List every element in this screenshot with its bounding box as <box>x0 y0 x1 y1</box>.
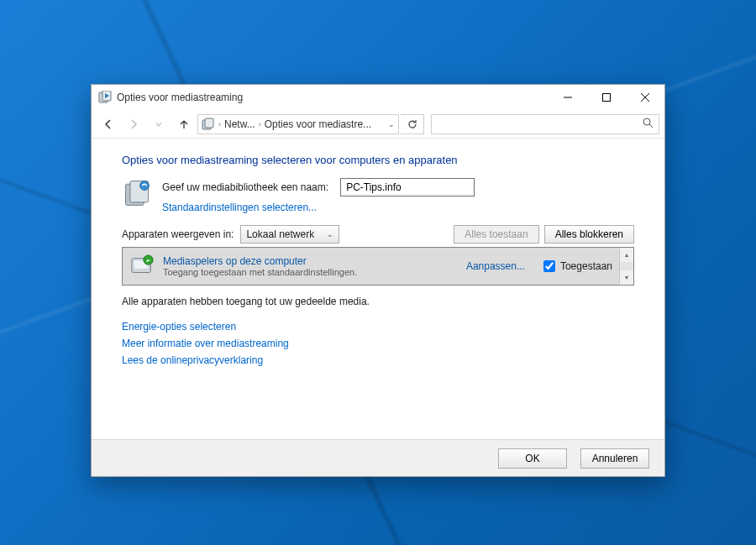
svg-rect-2 <box>603 94 611 102</box>
navbar: › Netw... › Opties voor mediastre... ⌄ <box>92 110 664 139</box>
footer: OK Annuleren <box>92 439 664 476</box>
privacy-statement-link[interactable]: Lees de onlineprivacyverklaring <box>122 354 634 366</box>
show-devices-label: Apparaten weergeven in: <box>122 228 234 240</box>
library-section: Geef uw mediabibliotheek een naam: Stand… <box>122 178 634 213</box>
customize-link[interactable]: Aanpassen... <box>466 260 525 272</box>
breadcrumb-item-mediastreaming[interactable]: Opties voor mediastre... <box>265 118 371 130</box>
allowed-control: Toegestaan <box>543 260 612 272</box>
close-button[interactable] <box>626 85 664 110</box>
chevron-down-icon: ⌄ <box>327 230 333 238</box>
chevron-down-icon[interactable]: ⌄ <box>388 120 395 128</box>
window-title: Opties voor mediastreaming <box>117 92 549 103</box>
select-defaults-link[interactable]: Standaardinstellingen selecteren... <box>162 202 317 213</box>
svg-point-5 <box>643 118 650 125</box>
block-all-button[interactable]: Alles blokkeren <box>544 225 634 244</box>
more-info-link[interactable]: Meer informatie over mediastreaming <box>122 338 634 349</box>
app-icon <box>98 91 112 104</box>
minimize-button[interactable] <box>549 85 587 110</box>
chevron-right-icon: › <box>218 120 221 128</box>
library-icon <box>122 178 152 208</box>
recent-locations-button[interactable] <box>147 113 171 136</box>
refresh-button[interactable] <box>401 114 424 134</box>
allowed-checkbox[interactable] <box>543 260 555 272</box>
library-name-input[interactable] <box>340 178 475 197</box>
forward-button[interactable] <box>122 113 145 136</box>
breadcrumb-item-network[interactable]: Netw... <box>224 118 255 130</box>
search-icon <box>643 118 654 131</box>
devices-toolbar: Apparaten weergeven in: Lokaal netwerk ⌄… <box>122 225 634 244</box>
device-scrollbar[interactable]: ▴ ▾ <box>619 248 633 285</box>
device-list: Mediaspelers op deze computer Toegang to… <box>122 247 634 286</box>
content-pane: Opties voor mediastreaming selecteren vo… <box>92 139 664 439</box>
scroll-track[interactable] <box>620 262 633 270</box>
page-heading: Opties voor mediastreaming selecteren vo… <box>122 154 634 166</box>
search-input[interactable] <box>431 114 659 134</box>
network-scope-value: Lokaal netwerk <box>246 228 314 240</box>
device-icon <box>129 254 155 279</box>
device-title[interactable]: Mediaspelers op deze computer <box>163 255 458 267</box>
links-block: Energie-opties selecteren Meer informati… <box>122 321 634 366</box>
back-button[interactable] <box>97 113 120 136</box>
titlebar: Opties voor mediastreaming <box>92 85 664 110</box>
scroll-down-button[interactable]: ▾ <box>620 270 633 285</box>
network-scope-select[interactable]: Lokaal netwerk ⌄ <box>240 225 339 244</box>
list-item[interactable]: Mediaspelers op deze computer Toegang to… <box>123 248 619 285</box>
status-text: Alle apparaten hebben toegang tot uw ged… <box>122 296 634 307</box>
up-button[interactable] <box>172 113 196 136</box>
energy-options-link[interactable]: Energie-opties selecteren <box>122 321 634 333</box>
breadcrumb[interactable]: › Netw... › Opties voor mediastre... ⌄ <box>197 114 399 134</box>
ok-button[interactable]: OK <box>498 448 567 469</box>
allowed-label: Toegestaan <box>560 260 612 272</box>
maximize-button[interactable] <box>587 85 626 110</box>
svg-point-8 <box>140 181 150 191</box>
window-buttons <box>549 85 664 110</box>
scroll-up-button[interactable]: ▴ <box>620 248 633 262</box>
svg-rect-4 <box>205 118 213 128</box>
chevron-right-icon: › <box>259 120 261 128</box>
breadcrumb-icon <box>202 118 215 131</box>
cancel-button[interactable]: Annuleren <box>580 448 649 469</box>
device-subtitle: Toegang toegestaan met standaardinstelli… <box>163 267 458 277</box>
library-name-label: Geef uw mediabibliotheek een naam: <box>162 181 328 193</box>
window: Opties voor mediastreaming <box>91 84 665 477</box>
allow-all-button[interactable]: Alles toestaan <box>454 225 538 244</box>
